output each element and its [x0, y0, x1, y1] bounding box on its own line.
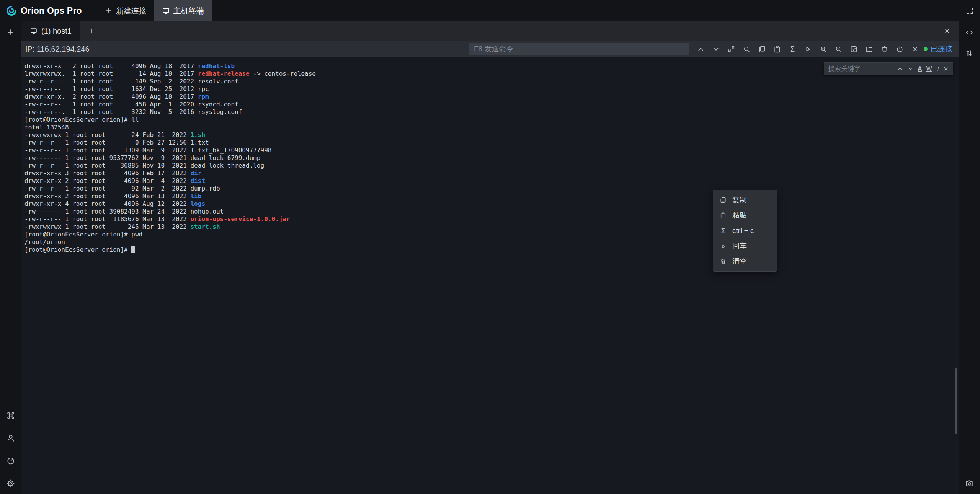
terminal-line: -rw-r--r-- 1 root root 458 Apr 1 2020 rs… [24, 101, 959, 108]
terminal-line: -rw------- 1 root root 95377762 Nov 9 20… [24, 154, 959, 162]
terminal-line: drwxr-xr-x 4 root root 4096 Aug 12 2022 … [24, 200, 959, 208]
terminal-line: -rw-r--r--. 1 root root 3232 Nov 5 2016 … [24, 108, 959, 116]
tab-host1[interactable]: (1) host1 [21, 21, 80, 41]
context-menu-item-enter[interactable]: 回车 [713, 238, 777, 254]
right-sidebar [959, 21, 980, 494]
host-terminal-label: 主机终端 [173, 6, 204, 16]
monitor-icon [162, 7, 170, 15]
terminal-tabbar: (1) host1 [21, 21, 959, 41]
right-sidebar-bottom [964, 478, 975, 489]
trash-icon[interactable] [880, 45, 889, 53]
menu-item-label: 复制 [732, 195, 747, 205]
terminal-line: -rw-r--r-- 1 root root 0 Feb 27 12:56 1.… [24, 139, 959, 147]
whole-word-button[interactable]: W [926, 65, 932, 72]
status-label: 已连接 [931, 44, 952, 54]
zoom-out-icon[interactable] [834, 45, 843, 53]
menu-item-label: 清空 [732, 256, 747, 266]
terminal-line: drwxr-xr-x 2 root root 4096 Aug 18 2017 … [24, 62, 959, 70]
find-icon[interactable] [742, 45, 751, 53]
paste-icon[interactable] [773, 45, 781, 53]
search-close-icon[interactable] [943, 66, 949, 72]
paste-icon [719, 212, 727, 219]
terminal-line: drwxr-xr-x 2 root root 4096 Mar 13 2022 … [24, 192, 959, 200]
terminal-line: total 132548 [24, 124, 959, 131]
main-body: (1) host1 IP: 116.62.194.246 [0, 21, 980, 494]
app-title: Orion Ops Pro [21, 6, 82, 16]
terminal-line: lrwxrwxrwx. 1 root root 14 Aug 18 2017 r… [24, 70, 959, 78]
terminal-line: drwxr-xr-x 3 root root 4096 Feb 17 2022 … [24, 170, 959, 177]
expand-icon[interactable] [727, 45, 735, 53]
camera-icon[interactable] [964, 478, 975, 489]
copy-icon [719, 196, 727, 204]
context-menu-item-ctrl-c[interactable]: Σ ctrl + c [713, 223, 777, 238]
terminal-line: [root@OrionEcsServer orion]# [24, 246, 959, 254]
search-next-icon[interactable] [907, 66, 913, 72]
host-ip-label: IP: 116.62.194.246 [25, 45, 90, 54]
send-command-input[interactable] [469, 43, 689, 55]
host-terminal-nav-tab[interactable]: 主机终端 [154, 0, 212, 21]
terminal-line: -rw------- 1 root root 39082493 Mar 24 2… [24, 208, 959, 215]
fullscreen-icon[interactable] [965, 7, 974, 15]
terminal-context-menu: 复制 粘贴 Σ ctrl + c [713, 190, 777, 272]
center-column: (1) host1 IP: 116.62.194.246 [21, 21, 959, 494]
code-icon[interactable] [964, 27, 975, 38]
folder-icon[interactable] [865, 45, 873, 53]
terminal-line: -rw-r--r-- 1 root root 1634 Dec 25 2012 … [24, 85, 959, 93]
power-icon[interactable] [895, 45, 904, 53]
chevron-up-icon[interactable] [696, 45, 705, 53]
menu-item-label: 粘贴 [732, 210, 747, 220]
terminal-cursor [131, 246, 135, 253]
app-logo-icon [6, 5, 17, 16]
terminal-line: -rw-r--r-- 1 root root 1309 Mar 9 2022 1… [24, 147, 959, 154]
match-case-button[interactable]: A [918, 65, 922, 72]
sigma-icon: Σ [719, 227, 727, 235]
toolbar-icon-group: Σ [696, 45, 919, 53]
menu-item-label: 回车 [732, 241, 747, 251]
context-menu-item-copy[interactable]: 复制 [713, 192, 777, 208]
app-window: Orion Ops Pro 新建连接 主机终端 [0, 0, 980, 494]
context-menu-item-clear[interactable]: 清空 [713, 254, 777, 269]
close-icon[interactable] [911, 45, 919, 53]
new-connection-button[interactable]: 新建连接 [97, 0, 154, 21]
sigma-glyph: Σ [721, 228, 725, 234]
add-terminal-button[interactable] [5, 27, 16, 37]
terminal-line: -rw-r--r-- 1 root root 92 Mar 2 2022 dum… [24, 185, 959, 192]
trash-icon [719, 258, 727, 265]
gear-icon[interactable] [5, 478, 16, 489]
terminal-output: drwxr-xr-x 2 root root 4096 Aug 18 2017 … [24, 62, 959, 254]
add-tab-button[interactable] [88, 27, 96, 35]
terminal-line: /root/orion [24, 238, 959, 246]
copy-icon[interactable] [758, 45, 766, 53]
checkbox-icon[interactable] [849, 45, 858, 53]
monitor-icon [30, 27, 38, 35]
terminal-scrollbar[interactable] [956, 368, 957, 434]
sigma-icon[interactable]: Σ [788, 45, 797, 53]
sort-updown-icon[interactable] [964, 48, 975, 59]
play-icon[interactable] [804, 45, 812, 53]
status-dot [924, 47, 928, 51]
gauge-icon[interactable] [5, 455, 16, 466]
chevron-down-icon[interactable] [712, 45, 720, 53]
terminal-screen[interactable]: drwxr-xr-x 2 root root 4096 Aug 18 2017 … [21, 57, 959, 494]
terminal-line: [root@OrionEcsServer orion]# pwd [24, 231, 959, 238]
menu-item-label: ctrl + c [732, 227, 754, 235]
search-prev-icon[interactable] [897, 66, 903, 72]
terminal-line: -rwxrwxrwx 1 root root 245 Mar 13 2022 s… [24, 223, 959, 231]
connection-status: 已连接 [924, 44, 952, 54]
topbar: Orion Ops Pro 新建连接 主机终端 [0, 0, 980, 21]
command-icon[interactable] [5, 410, 16, 421]
sigma-glyph: Σ [790, 45, 795, 53]
tab-host1-label: (1) host1 [41, 27, 72, 36]
zoom-in-icon[interactable] [819, 45, 827, 53]
terminal-line: -rwxrwxrwx 1 root root 24 Feb 21 2022 1.… [24, 131, 959, 139]
terminal-line: -rw-r--r-- 1 root root 149 Sep 2 2022 re… [24, 78, 959, 85]
regex-button[interactable]: I [936, 65, 939, 73]
terminal-line: drwxr-xr-x. 2 root root 4096 Aug 18 2017… [24, 93, 959, 101]
terminal-line: -rw-r--r-- 1 root root 36885 Nov 10 2021… [24, 162, 959, 170]
close-icon[interactable] [943, 27, 951, 35]
new-connection-label: 新建连接 [116, 6, 147, 16]
context-menu-item-paste[interactable]: 粘贴 [713, 208, 777, 223]
terminal-line: [root@OrionEcsServer orion]# ll [24, 116, 959, 124]
user-icon[interactable] [5, 433, 16, 443]
search-input[interactable] [828, 65, 893, 73]
